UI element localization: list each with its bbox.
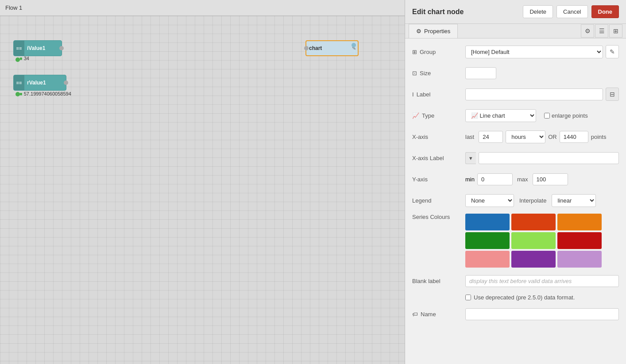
group-select[interactable]: [Home] Default [465,46,603,58]
size-label: ⊡ Size [412,70,465,77]
blank-label-control [465,275,619,287]
colors-label: Series Colours [412,214,465,220]
node-chart[interactable]: chart ✎ [305,40,359,56]
name-control [465,308,619,320]
xaxis-num-input[interactable]: 24 [479,131,503,143]
tag-icon: 🏷 [412,311,418,318]
tab-icon-list[interactable]: ⊞ [609,24,622,38]
tab-properties-label: Properties [424,28,450,34]
cancel-button[interactable]: Cancel [556,5,587,18]
blank-label-input[interactable] [465,275,619,287]
color-swatch-lavender[interactable] [557,251,602,268]
edit-panel: Edit chart node Delete Cancel Done ⚙ Pro… [405,0,626,364]
canvas-tab[interactable]: Flow 1 [0,0,405,16]
enlarge-points-checkbox[interactable] [544,113,550,119]
tab-icon-doc[interactable]: ☰ [595,24,608,38]
node-rvalue1[interactable]: ≡≡ rValue1 [13,75,66,91]
color-swatch-orange[interactable] [557,214,602,230]
label-icon-btn[interactable]: ⊟ [606,88,619,101]
group-row: ⊞ Group [Home] Default ✎ [412,44,619,60]
node-label-chart: chart [306,45,352,51]
xaxis-points-input[interactable]: 1440 [560,131,588,143]
yaxis-min-input[interactable]: 0 [477,173,513,185]
xlabel-control: ▾ HH:mm:ss [465,152,619,164]
label-control: chart ⊟ [465,88,619,101]
gear-icon: ⚙ [416,28,421,34]
panel-content: ⊞ Group [Home] Default ✎ ⊡ Size 24 x 12 [405,38,626,364]
yaxis-label: Y-axis [412,176,465,183]
name-input[interactable] [465,308,619,320]
colors-row: Series Colours [412,214,619,268]
size-input[interactable]: 24 x 12 [465,67,496,79]
deprecated-row: Use deprecated (pre 2.5.0) data format. [412,294,619,301]
color-swatch-darkred[interactable] [557,232,602,249]
chart-type-icon: 📈 [412,112,419,119]
color-swatch-purple[interactable] [511,251,556,268]
legend-row: Legend None Show Interpolate linear step… [412,192,619,208]
port-right-ivalue1 [59,46,64,50]
colors-row-3 [465,251,602,268]
tab-properties[interactable]: ⚙ Properties [409,24,458,38]
node-ivalue1[interactable]: ≡≡ iValue1 [13,40,62,56]
legend-label: Legend [412,197,465,204]
canvas-grid[interactable]: ≡≡ iValue1 ■ 34 ≡≡ rValue1 ■ 57.19997406… [0,16,405,364]
blank-label-row: Blank label [412,273,619,289]
legend-control: None Show Interpolate linear step bezier [465,194,619,207]
xaxis-control: last 24 hours minutes seconds days OR 14… [465,130,619,143]
panel-header: Edit chart node Delete Cancel Done [405,0,626,24]
group-label: ⊞ Group [412,49,465,55]
yaxis-max-input[interactable]: 100 [533,173,568,185]
color-swatch-pink[interactable] [465,251,510,268]
xaxis-points-label: points [591,134,607,140]
name-label: 🏷 Name [412,311,465,318]
tab-icon-gear[interactable]: ⚙ [581,24,594,38]
color-swatch-red[interactable] [511,214,556,230]
xaxis-last-label: last [465,134,474,140]
group-edit-button[interactable]: ✎ [606,45,619,58]
node-icon-ivalue1: ≡≡ [14,41,24,56]
deprecated-checkbox[interactable] [465,295,471,300]
legend-select[interactable]: None Show [465,194,514,207]
port-left-chart [304,46,309,50]
xaxis-row: X-axis last 24 hours minutes seconds day… [412,129,619,145]
deprecated-label[interactable]: Use deprecated (pre 2.5.0) data format. [474,294,575,301]
xlabel-row: X-axis Label ▾ HH:mm:ss [412,150,619,166]
group-control: [Home] Default ✎ [465,45,619,58]
type-control: 📈 Line chart Bar chart Step chart enlarg… [465,109,619,122]
port-right-rvalue1 [64,80,68,85]
label-input[interactable]: chart [465,88,603,100]
interpolate-label: Interpolate [519,197,546,204]
yaxis-row: Y-axis min 0 max 100 [412,171,619,187]
color-swatch-lightgreen[interactable] [511,232,556,249]
node-label-ivalue1: iValue1 [24,45,62,51]
type-select[interactable]: 📈 Line chart Bar chart Step chart [465,109,536,122]
blank-label-label: Blank label [412,278,465,284]
xaxis-or-label: OR [548,134,557,140]
size-control: 24 x 12 [465,67,619,79]
colors-grid [465,214,602,268]
node-value-ivalue1: ■ 34 [19,56,29,61]
name-row: 🏷 Name [412,306,619,322]
color-swatch-green[interactable] [465,232,510,249]
delete-button[interactable]: Delete [523,5,553,18]
colors-row-2 [465,232,602,249]
size-row: ⊡ Size 24 x 12 [412,65,619,81]
xlabel-input[interactable]: HH:mm:ss [479,152,619,164]
canvas-area: Flow 1 ≡≡ iValue1 ■ 34 ≡≡ rValue1 ■ 57.1… [0,0,405,364]
done-button[interactable]: Done [591,5,619,18]
label-row: I Label chart ⊟ [412,86,619,102]
color-swatch-blue[interactable] [465,214,510,230]
colors-control [465,214,619,268]
panel-tabs: ⚙ Properties ⚙ ☰ ⊞ [405,24,626,38]
label-cursor-icon: I [412,91,414,98]
label-label: I Label [412,91,465,98]
xaxis-label-prefix[interactable]: ▾ [465,152,476,164]
yaxis-max-label: max [517,176,528,183]
xaxis-time-select[interactable]: hours minutes seconds days [506,130,545,143]
panel-title: Edit chart node [412,8,464,16]
enlarge-points-label[interactable]: enlarge points [544,112,588,119]
interpolate-select[interactable]: linear step bezier [552,194,596,207]
xaxis-label: X-axis [412,134,465,140]
flow-tab-label: Flow 1 [5,4,22,11]
tab-icon-area: ⚙ ☰ ⊞ [581,24,622,38]
